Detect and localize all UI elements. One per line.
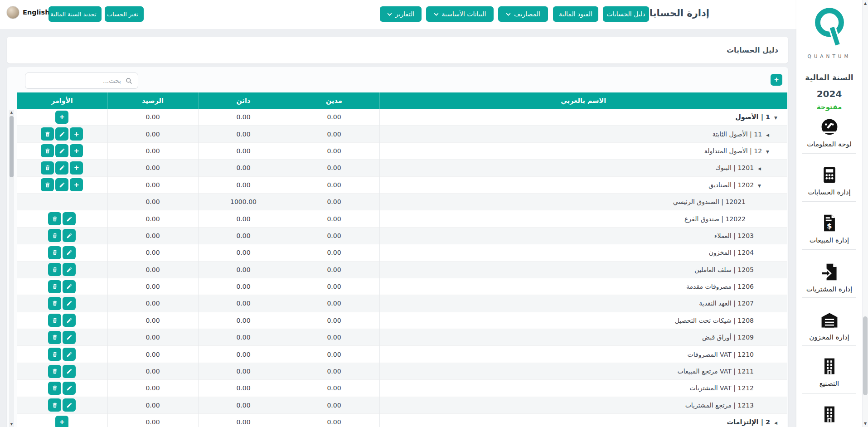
- row-actions-cell: +: [17, 414, 107, 427]
- caret-down-icon[interactable]: ▼: [758, 184, 761, 188]
- nav-basic-data-dropdown[interactable]: البيانات الأساسية: [426, 6, 494, 22]
- sidebar-item-purchases[interactable]: إدارة المشتريات: [796, 262, 862, 293]
- sidebar-item-inventory[interactable]: إدارة المخزون: [796, 310, 862, 341]
- credit-cell: 0.00: [198, 126, 289, 142]
- avatar[interactable]: [6, 6, 19, 19]
- delete-button[interactable]: [41, 127, 54, 141]
- table-row: 1207 | العهد النقدية0.000.000.00: [17, 295, 787, 312]
- delete-button[interactable]: [48, 246, 61, 259]
- delete-button[interactable]: [48, 314, 61, 327]
- debit-cell: 0.00: [289, 414, 379, 427]
- caret-down-icon[interactable]: ▼: [774, 116, 777, 120]
- sidebar-item-label: التصنيع: [820, 379, 839, 388]
- account-name: 1212 | VAT المشتريات: [690, 384, 754, 392]
- chevron-down-icon: [387, 13, 392, 16]
- sidebar-divider: [802, 153, 856, 154]
- delete-button[interactable]: [48, 365, 61, 378]
- select-fiscal-year-button[interactable]: تحديد السنة المالية: [48, 6, 102, 22]
- edit-button[interactable]: [63, 297, 76, 310]
- credit-cell: 0.00: [198, 227, 289, 244]
- table-row: ◀2 | الإلتزامات0.000.000.00+: [17, 414, 787, 427]
- add-button[interactable]: +: [70, 178, 83, 191]
- delete-button[interactable]: [48, 212, 61, 225]
- account-name-cell: ◀11 | الأصول الثابتة: [379, 126, 787, 142]
- sidebar-item-sales-invoice[interactable]: $إدارة المبيعات: [796, 213, 862, 244]
- edit-button[interactable]: [63, 229, 76, 242]
- debit-cell: 0.00: [289, 295, 379, 312]
- balance-cell: 0.00: [107, 295, 198, 312]
- delete-button[interactable]: [41, 144, 54, 157]
- edit-button[interactable]: [55, 127, 68, 141]
- caret-down-icon[interactable]: ▼: [766, 150, 769, 154]
- table-scrollbar-thumb[interactable]: [10, 116, 14, 177]
- sidebar-item-calculator[interactable]: إدارة الحسابات: [796, 165, 862, 196]
- sidebar-item-manufacturing[interactable]: التصنيع: [796, 356, 862, 388]
- credit-cell: 0.00: [198, 142, 289, 159]
- search-input[interactable]: [31, 77, 122, 85]
- delete-button[interactable]: [41, 161, 54, 175]
- edit-button[interactable]: [63, 365, 76, 378]
- edit-button[interactable]: [55, 178, 68, 191]
- nav-expenses-dropdown[interactable]: المصاريف: [498, 6, 548, 22]
- delete-button[interactable]: [48, 348, 61, 361]
- edit-button[interactable]: [63, 398, 76, 412]
- change-account-button[interactable]: تغير الحساب: [105, 6, 144, 22]
- caret-left-icon[interactable]: ◀: [758, 166, 761, 171]
- delete-button[interactable]: [48, 297, 61, 310]
- edit-button[interactable]: [55, 161, 68, 175]
- edit-button[interactable]: [63, 246, 76, 259]
- add-button[interactable]: +: [70, 161, 83, 175]
- balance-cell: 0.00: [107, 414, 198, 427]
- delete-button[interactable]: [48, 398, 61, 412]
- table-row: 1209 | أوراق قبض0.000.000.00: [17, 329, 787, 346]
- nav-label: المصاريف: [514, 10, 540, 18]
- debit-cell: 0.00: [289, 176, 379, 193]
- balance-cell: 0.00: [107, 363, 198, 379]
- svg-text:$: $: [826, 222, 831, 230]
- delete-button[interactable]: [48, 263, 61, 276]
- scroll-up-icon[interactable]: ▲: [9, 111, 14, 114]
- nav-reports-dropdown[interactable]: التقارير: [380, 6, 422, 22]
- nav-label: التقارير: [395, 10, 414, 18]
- delete-button[interactable]: [41, 178, 54, 191]
- add-button[interactable]: +: [55, 416, 68, 427]
- row-actions-cell: [17, 346, 107, 363]
- edit-button[interactable]: [63, 212, 76, 225]
- edit-button[interactable]: [55, 144, 68, 157]
- edit-button[interactable]: [63, 314, 76, 327]
- edit-button[interactable]: [63, 263, 76, 276]
- caret-left-icon[interactable]: ◀: [766, 133, 769, 137]
- row-actions-cell: [17, 380, 107, 397]
- scroll-down-icon[interactable]: ▼: [9, 422, 14, 426]
- sidebar-item-fixed-assets[interactable]: الأصول الثابتة: [796, 404, 862, 427]
- delete-button[interactable]: [48, 280, 61, 293]
- balance-cell: 0.00: [107, 160, 198, 176]
- table-row: ◀1201 | البنوك0.000.000.00+: [17, 160, 787, 176]
- delete-button[interactable]: [48, 331, 61, 344]
- account-name: 12022 | صندوق الفرع: [684, 215, 746, 223]
- edit-button[interactable]: [63, 382, 76, 395]
- page-scrollbar-thumb[interactable]: [863, 316, 868, 395]
- sidebar-item-label: لوحة المعلومات: [807, 140, 852, 148]
- scroll-down-icon[interactable]: ▼: [863, 422, 868, 426]
- caret-left-icon[interactable]: ◀: [774, 421, 777, 425]
- edit-button[interactable]: [63, 348, 76, 361]
- add-account-button[interactable]: +: [771, 74, 782, 86]
- balance-cell: 0.00: [107, 210, 198, 227]
- delete-button[interactable]: [48, 382, 61, 395]
- add-button[interactable]: +: [70, 144, 83, 157]
- nav-chart-of-accounts-button[interactable]: دليل الحسابات: [603, 6, 649, 22]
- add-button[interactable]: +: [70, 127, 83, 141]
- delete-button[interactable]: [48, 229, 61, 242]
- add-button[interactable]: +: [55, 111, 68, 124]
- account-name: 11 | الأصول الثابتة: [713, 131, 762, 138]
- edit-button[interactable]: [63, 331, 76, 344]
- sidebar-item-dashboard[interactable]: لوحة المعلومات: [796, 117, 862, 148]
- scroll-up-icon[interactable]: ▲: [863, 1, 868, 5]
- row-actions-cell: [17, 193, 107, 210]
- table-row: 1203 | العملاء0.000.000.00: [17, 227, 787, 244]
- edit-button[interactable]: [63, 280, 76, 293]
- nav-financial-entries-button[interactable]: القيود المالية: [553, 6, 598, 22]
- language-toggle[interactable]: English: [23, 9, 50, 16]
- account-name-cell: 1213 | مرتجع المشتريات: [379, 397, 787, 413]
